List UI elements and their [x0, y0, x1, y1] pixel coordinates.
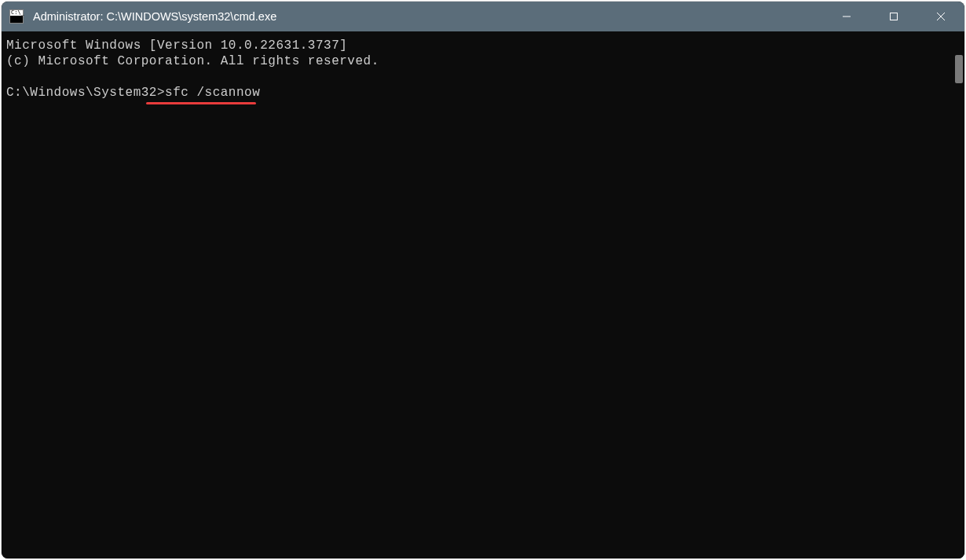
title-bar[interactable]: Administrator: C:\WINDOWS\system32\cmd.e…: [2, 2, 964, 31]
svg-rect-1: [891, 13, 898, 20]
terminal-command: sfc /scannow: [165, 86, 260, 100]
terminal-body: Microsoft Windows [Version 10.0.22631.37…: [2, 31, 964, 558]
terminal-content[interactable]: Microsoft Windows [Version 10.0.22631.37…: [2, 31, 952, 558]
underline-annotation: [146, 102, 256, 104]
cmd-icon: [9, 9, 24, 24]
window-title: Administrator: C:\WINDOWS\system32\cmd.e…: [33, 10, 276, 23]
minimize-button[interactable]: [823, 2, 870, 31]
scrollbar-thumb[interactable]: [955, 55, 963, 83]
maximize-icon: [889, 12, 898, 21]
close-icon: [936, 12, 946, 21]
terminal-line-version: Microsoft Windows [Version 10.0.22631.37…: [6, 38, 347, 53]
terminal-prompt-line: C:\Windows\System32>sfc /scannow: [6, 85, 260, 101]
minimize-icon: [842, 12, 851, 21]
vertical-scrollbar[interactable]: [952, 31, 964, 558]
maximize-button[interactable]: [870, 2, 917, 31]
terminal-line-copyright: (c) Microsoft Corporation. All rights re…: [6, 54, 379, 68]
terminal-prompt: C:\Windows\System32>: [6, 86, 165, 100]
window-controls: [823, 2, 964, 31]
cmd-window: Administrator: C:\WINDOWS\system32\cmd.e…: [2, 2, 964, 558]
close-button[interactable]: [917, 2, 964, 31]
